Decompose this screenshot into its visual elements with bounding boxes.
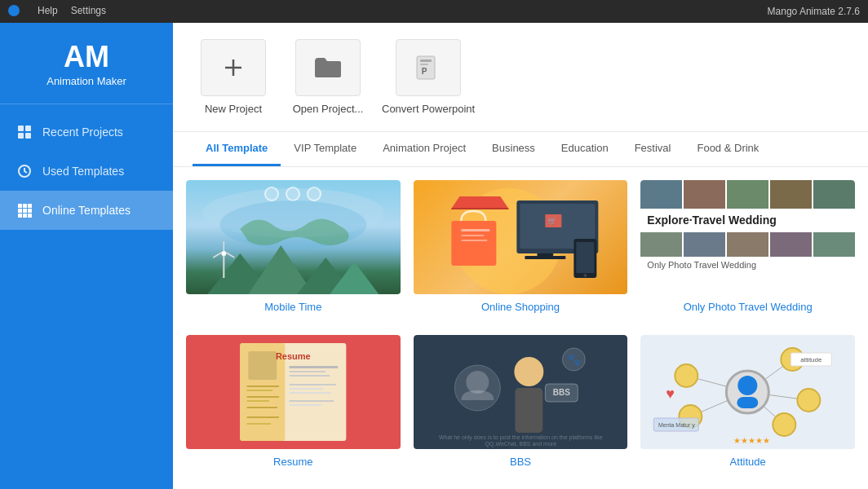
- svg-point-84: [798, 389, 821, 412]
- svg-point-82: [675, 364, 698, 387]
- svg-text:QQ,WeChat, BBS and more: QQ,WeChat, BBS and more: [485, 441, 556, 447]
- svg-text:Resume: Resume: [276, 351, 311, 361]
- svg-point-70: [514, 357, 543, 386]
- sidebar-navigation: Recent Projects Used Templates: [0, 112, 173, 230]
- svg-rect-2: [18, 133, 24, 139]
- svg-text:What he only does is to post t: What he only does is to post the informa…: [439, 434, 603, 441]
- svg-rect-36: [525, 256, 565, 259]
- svg-text:Menta Matur y: Menta Matur y: [658, 422, 695, 429]
- attitude-label: Attitude: [640, 449, 855, 471]
- svg-rect-11: [18, 214, 22, 218]
- svg-rect-40: [451, 221, 496, 266]
- tab-food-drink[interactable]: Food & Drink: [684, 132, 772, 166]
- template-tabs: All Template VIP Template Animation Proj…: [173, 132, 868, 167]
- open-project-button[interactable]: Open Project...: [287, 39, 369, 115]
- travel-top-photos: [640, 180, 855, 209]
- travel-wedding-thumb: Explore·Travel Wedding Only Photo Travel…: [640, 180, 855, 294]
- svg-rect-89: [737, 397, 759, 408]
- template-attitude[interactable]: ♥ attitude ★★★★★ Menta Matur y Attitude: [640, 335, 855, 477]
- svg-rect-5: [18, 204, 22, 208]
- travel-subtitle: Only Photo Travel Wedding: [640, 257, 855, 273]
- svg-line-29: [226, 253, 234, 258]
- svg-point-20: [219, 200, 366, 249]
- svg-rect-50: [289, 366, 338, 368]
- sidebar-item-recent-projects[interactable]: Recent Projects: [0, 112, 173, 152]
- svg-rect-9: [23, 209, 27, 213]
- clock-icon: [16, 163, 33, 179]
- svg-rect-35: [537, 253, 553, 256]
- svg-rect-7: [28, 204, 32, 208]
- template-bbs[interactable]: 🐾 BBS What he only does is to post the i…: [414, 335, 628, 477]
- used-templates-label: Used Templates: [42, 165, 124, 178]
- tab-animation-project[interactable]: Animation Project: [370, 132, 479, 166]
- svg-point-88: [738, 376, 758, 395]
- svg-rect-42: [461, 235, 484, 236]
- template-resume[interactable]: Resume: [186, 335, 401, 477]
- svg-rect-60: [246, 396, 279, 398]
- template-mobile-time[interactable]: Mobile Time: [186, 180, 401, 322]
- svg-point-39: [583, 274, 587, 277]
- new-project-label: New Project: [205, 103, 262, 115]
- travel-main-title: Explore·Travel Wedding: [640, 209, 855, 231]
- resume-label: Resume: [186, 449, 401, 471]
- svg-rect-48: [248, 351, 277, 380]
- svg-rect-56: [289, 400, 334, 402]
- svg-text:attitude: attitude: [801, 356, 823, 363]
- tab-business[interactable]: Business: [479, 132, 548, 166]
- svg-rect-62: [246, 407, 277, 408]
- sidebar-item-online-templates[interactable]: Online Templates: [0, 191, 173, 230]
- svg-rect-59: [246, 390, 272, 391]
- apps-icon: [16, 202, 33, 218]
- grid-icon: [16, 124, 33, 140]
- svg-point-86: [773, 413, 796, 436]
- new-project-button[interactable]: New Project: [193, 39, 274, 115]
- svg-rect-57: [289, 404, 321, 406]
- settings-menu-item[interactable]: Settings: [71, 5, 106, 19]
- svg-rect-64: [246, 423, 271, 425]
- convert-powerpoint-button[interactable]: P Convert Powerpoint: [382, 39, 475, 115]
- bbs-thumb: 🐾 BBS What he only does is to post the i…: [414, 335, 628, 449]
- resume-thumb: Resume: [186, 335, 401, 449]
- svg-text:🛒: 🛒: [547, 216, 556, 226]
- main-content: New Project Open Project... P: [173, 23, 868, 489]
- svg-rect-8: [18, 209, 22, 213]
- template-grid: Mobile Time 🛒: [173, 167, 868, 489]
- svg-rect-1: [25, 126, 31, 131]
- svg-rect-71: [515, 388, 542, 433]
- svg-rect-53: [289, 384, 336, 385]
- svg-rect-18: [420, 64, 428, 65]
- sidebar-logo: AM Animation Maker: [0, 23, 173, 104]
- mobile-time-label: Mobile Time: [186, 294, 401, 316]
- sidebar: AM Animation Maker Recent Projects: [0, 23, 173, 489]
- svg-rect-43: [461, 240, 487, 241]
- svg-rect-51: [289, 371, 326, 372]
- help-menu-item[interactable]: Help: [38, 5, 58, 19]
- tab-education[interactable]: Education: [548, 132, 622, 166]
- svg-rect-61: [246, 400, 269, 402]
- sidebar-item-used-templates[interactable]: Used Templates: [0, 152, 173, 191]
- svg-rect-41: [461, 229, 489, 231]
- travel-wedding-label: Only Photo Travel Wedding: [640, 294, 855, 316]
- app-version: Mango Animate 2.7.6: [768, 6, 860, 17]
- top-menu-bar: Help Settings Mango Animate 2.7.6: [0, 0, 868, 23]
- online-shopping-thumb: 🛒: [414, 180, 628, 294]
- top-actions-bar: New Project Open Project... P: [173, 23, 868, 132]
- svg-rect-58: [246, 385, 279, 387]
- convert-powerpoint-label: Convert Powerpoint: [382, 103, 475, 115]
- svg-rect-38: [576, 242, 594, 273]
- svg-text:★★★★★: ★★★★★: [733, 436, 770, 445]
- tab-vip-template[interactable]: VIP Template: [281, 132, 370, 166]
- folder-icon: [295, 39, 361, 96]
- template-online-shopping[interactable]: 🛒: [414, 180, 628, 322]
- template-travel-wedding[interactable]: Explore·Travel Wedding Only Photo Travel…: [640, 180, 855, 322]
- svg-rect-13: [28, 214, 32, 218]
- svg-rect-17: [420, 59, 432, 62]
- svg-text:🐾: 🐾: [566, 353, 581, 367]
- powerpoint-icon: P: [396, 39, 461, 96]
- tab-all-template[interactable]: All Template: [193, 132, 281, 166]
- open-project-label: Open Project...: [293, 103, 364, 115]
- svg-rect-52: [289, 375, 330, 377]
- svg-rect-6: [23, 204, 27, 208]
- tab-festival[interactable]: Festival: [622, 132, 684, 166]
- svg-text:P: P: [422, 67, 427, 76]
